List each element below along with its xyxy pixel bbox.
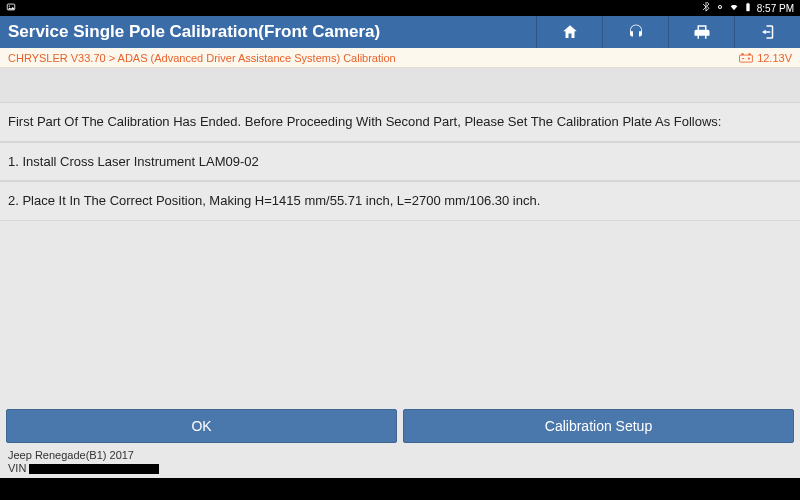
android-nav-bar bbox=[0, 478, 800, 500]
breadcrumb-bar: CHRYSLER V33.70 > ADAS (Advanced Driver … bbox=[0, 48, 800, 68]
battery-icon bbox=[743, 2, 753, 14]
svg-rect-5 bbox=[747, 3, 749, 4]
home-button[interactable] bbox=[536, 16, 602, 48]
content-fill bbox=[0, 221, 800, 405]
image-icon bbox=[6, 2, 16, 14]
vin-redacted bbox=[29, 464, 159, 474]
print-button[interactable] bbox=[668, 16, 734, 48]
svg-rect-8 bbox=[748, 53, 750, 55]
ok-button[interactable]: OK bbox=[6, 409, 397, 443]
breadcrumb-path: CHRYSLER V33.70 > ADAS (Advanced Driver … bbox=[8, 52, 739, 64]
content-spacer bbox=[0, 68, 800, 102]
home-icon bbox=[561, 23, 579, 41]
page-title: Service Single Pole Calibration(Front Ca… bbox=[0, 22, 536, 42]
android-status-bar: 8:57 PM bbox=[0, 0, 800, 16]
content-area: First Part Of The Calibration Has Ended.… bbox=[0, 68, 800, 478]
car-battery-icon bbox=[739, 53, 753, 63]
svg-point-3 bbox=[719, 6, 720, 7]
vehicle-model: Jeep Renegade(B1) 2017 bbox=[8, 449, 792, 463]
instruction-row-3: 2. Place It In The Correct Position, Mak… bbox=[0, 181, 800, 221]
ok-button-label: OK bbox=[191, 418, 211, 434]
exit-icon bbox=[759, 23, 777, 41]
app-screen: 8:57 PM Service Single Pole Calibration(… bbox=[0, 0, 800, 500]
exit-button[interactable] bbox=[734, 16, 800, 48]
svg-rect-6 bbox=[740, 55, 753, 62]
svg-rect-7 bbox=[741, 53, 743, 55]
svg-point-1 bbox=[9, 6, 10, 7]
gps-icon bbox=[715, 2, 725, 14]
battery-voltage: 12.13V bbox=[739, 52, 792, 64]
action-button-row: OK Calibration Setup bbox=[0, 405, 800, 447]
calibration-setup-button[interactable]: Calibration Setup bbox=[403, 409, 794, 443]
status-time: 8:57 PM bbox=[757, 3, 794, 14]
calibration-setup-label: Calibration Setup bbox=[545, 418, 652, 434]
app-header: Service Single Pole Calibration(Front Ca… bbox=[0, 16, 800, 48]
printer-icon bbox=[693, 23, 711, 41]
headset-icon bbox=[627, 23, 645, 41]
vin-label: VIN bbox=[8, 462, 26, 474]
support-button[interactable] bbox=[602, 16, 668, 48]
bluetooth-icon bbox=[701, 2, 711, 14]
voltage-value: 12.13V bbox=[757, 52, 792, 64]
vehicle-info: Jeep Renegade(B1) 2017 VIN bbox=[0, 447, 800, 479]
instruction-row-2: 1. Install Cross Laser Instrument LAM09-… bbox=[0, 142, 800, 182]
instruction-row-1: First Part Of The Calibration Has Ended.… bbox=[0, 102, 800, 142]
wifi-icon bbox=[729, 2, 739, 14]
svg-rect-4 bbox=[746, 4, 749, 12]
